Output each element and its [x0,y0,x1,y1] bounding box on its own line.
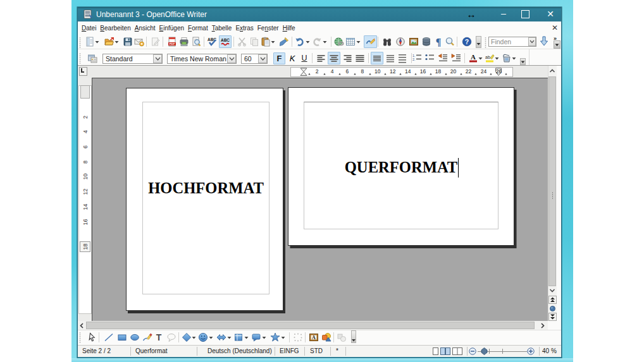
svg-text:A: A [312,335,316,341]
svg-text:PDF: PDF [170,42,175,45]
svg-text:?: ? [465,38,469,45]
svg-text:ab: ab [485,55,490,59]
svg-text:¶: ¶ [436,37,442,47]
svg-text:A: A [471,53,476,61]
svg-text:2.: 2. [412,57,416,61]
svg-text:ABC: ABC [221,38,230,42]
